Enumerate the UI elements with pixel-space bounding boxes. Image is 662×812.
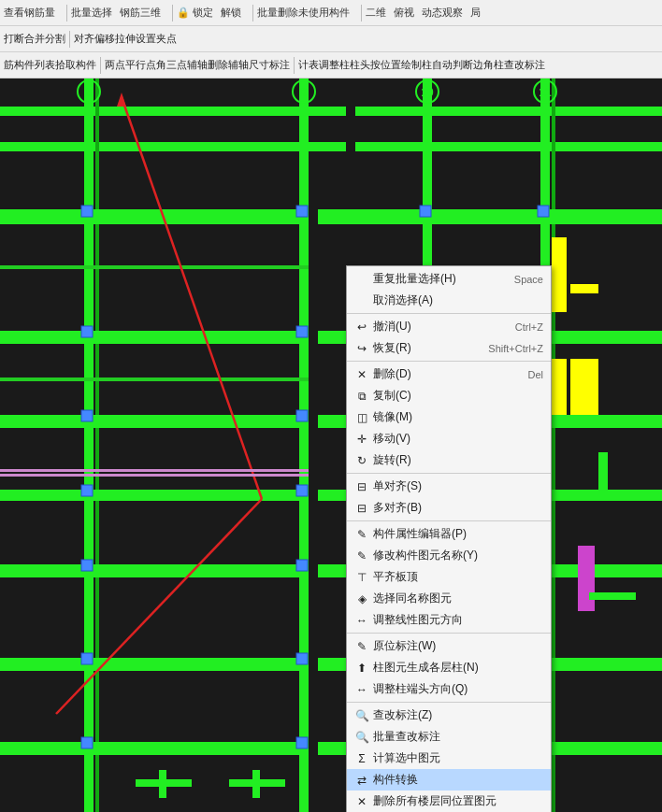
sep2 [172, 5, 173, 21]
cancel-icon [354, 293, 369, 308]
toolbar-batch-select[interactable]: 批量选择 [71, 6, 112, 20]
toolbar-auto-col[interactable]: 自动判断边角柱 [432, 58, 504, 72]
sep6 [100, 57, 101, 74]
ctx-rename[interactable]: ✎ 修改构件图元名称(Y) [347, 545, 551, 566]
toolbar-2d[interactable]: 二维 [366, 6, 386, 20]
toolbar-parallel[interactable]: 平行 [125, 58, 146, 72]
svg-rect-6 [84, 78, 94, 812]
svg-rect-43 [578, 546, 595, 611]
svg-rect-56 [296, 410, 308, 421]
toolbar-three-axis[interactable]: 三点辅轴 [166, 58, 208, 72]
toolbar-rebar-3d[interactable]: 钢筋三维 [120, 6, 161, 20]
ctx-label: 单对齐(S) [373, 478, 422, 494]
ctx-rotate[interactable]: ↻ 旋转(R) [347, 449, 551, 471]
svg-text:8: 8 [86, 86, 93, 99]
convert-icon: ⇄ [354, 773, 369, 788]
ctx-align-slab[interactable]: ⊤ 平齐板顶 [347, 566, 551, 588]
ctx-copy[interactable]: ⧉ 复制(C) [347, 385, 551, 406]
gen-floors-icon: ⬆ [354, 661, 369, 676]
ctx-label: 删除所有楼层同位置图元 [373, 793, 496, 809]
toolbar-point-angle[interactable]: 点角 [146, 58, 166, 72]
toolbar-view-rebar[interactable]: 查看钢筋量 [4, 6, 55, 20]
ctx-delete-all-floors[interactable]: ✕ 删除所有楼层同位置图元 [347, 791, 551, 812]
ctx-label: 构件转换 [373, 772, 418, 788]
ctx-adjust-linear[interactable]: ↔ 调整线性图元方向 [347, 609, 551, 631]
ctx-delete[interactable]: ✕ 删除(D) Del [347, 363, 551, 385]
ctx-label: 原位标注(W) [373, 638, 436, 654]
toolbar-lock[interactable]: 🔒 锁定 [177, 6, 213, 20]
ctx-multi-align[interactable]: ⊟ 多对齐(B) [347, 497, 551, 519]
toolbar-comp-list[interactable]: 构件列表 [14, 58, 55, 72]
toolbar-batch-delete[interactable]: 批量删除未使用构件 [257, 6, 350, 20]
toolbar-local[interactable]: 局 [470, 6, 481, 20]
ctx-repeat-batch-select[interactable]: 重复批量选择(H) Space [347, 268, 551, 290]
svg-rect-20 [0, 564, 309, 577]
toolbar-rebar[interactable]: 筋 [4, 58, 14, 72]
ctx-convert[interactable]: ⇄ 构件转换 [347, 769, 551, 791]
single-align-icon: ⊟ [354, 479, 369, 494]
sep-4 [347, 520, 551, 521]
sep1 [66, 5, 67, 21]
svg-rect-70 [0, 469, 309, 472]
ctx-label: 调整柱端头方向(Q) [373, 681, 468, 697]
ctx-select-same[interactable]: ◈ 选择同名称图元 [347, 588, 551, 609]
ctx-cancel-select[interactable]: 取消选择(A) [347, 290, 551, 311]
toolbar-dimension[interactable]: 尺寸标注 [249, 58, 290, 72]
toolbar-top-view[interactable]: 俯视 [394, 6, 414, 20]
svg-rect-51 [81, 560, 93, 571]
ctx-calc-selected[interactable]: Σ 计算选中图元 [347, 748, 551, 769]
adjust-linear-icon: ↔ [354, 613, 369, 628]
svg-rect-54 [296, 206, 308, 217]
toolbar-calc-table[interactable]: 计表 [298, 58, 319, 72]
svg-rect-61 [420, 206, 431, 217]
ctx-label: 柱图元生成各层柱(N) [373, 660, 479, 676]
ctx-check-z[interactable]: 🔍 查改标注(Z) [347, 705, 551, 726]
ctx-label: 修改构件图元名称(Y) [373, 548, 478, 563]
toolbar-merge[interactable]: 合并 [24, 32, 45, 46]
toolbar-row2: 打断 合并 分割 对齐 偏移 拉伸 设置夹点 [0, 26, 662, 52]
toolbar-unlock[interactable]: 解锁 [221, 6, 241, 20]
sep4 [361, 5, 362, 21]
sep5 [69, 31, 70, 48]
toolbar-del-axis[interactable]: 删除辅轴 [208, 58, 249, 72]
svg-rect-47 [81, 206, 93, 217]
copy-icon: ⧉ [354, 389, 369, 404]
toolbar-adj-col[interactable]: 调整柱柱头 [319, 58, 370, 72]
ctx-mirror[interactable]: ◫ 镜像(M) [347, 406, 551, 428]
svg-rect-55 [296, 326, 308, 337]
svg-rect-0 [0, 78, 662, 812]
drawing-svg: 8 9 10 11 [0, 78, 662, 812]
toolbar-align[interactable]: 对齐 [74, 32, 94, 46]
sep-3 [347, 473, 551, 474]
svg-rect-3 [355, 107, 662, 116]
ctx-redo[interactable]: ↪ 恢复(R) Shift+Ctrl+Z [347, 337, 551, 359]
svg-rect-60 [296, 737, 308, 748]
ctx-move[interactable]: ✛ 移动(V) [347, 428, 551, 449]
ctx-undo[interactable]: ↩ 撤消(U) Ctrl+Z [347, 316, 551, 337]
inplace-ann-icon: ✎ [354, 639, 369, 654]
toolbar-split[interactable]: 分割 [45, 32, 65, 46]
svg-rect-2 [0, 107, 346, 110]
toolbar-break[interactable]: 打断 [4, 32, 24, 46]
ctx-adj-col-end[interactable]: ↔ 调整柱端头方向(Q) [347, 678, 551, 700]
ctx-inplace-ann[interactable]: ✎ 原位标注(W) [347, 635, 551, 657]
ctx-gen-floors[interactable]: ⬆ 柱图元生成各层柱(N) [347, 657, 551, 678]
ctx-batch-check[interactable]: 🔍 批量查改标注 [347, 726, 551, 748]
svg-text:9: 9 [301, 86, 308, 99]
svg-rect-24 [0, 742, 309, 755]
ctx-properties[interactable]: ✎ 构件属性编辑器(P) [347, 523, 551, 545]
ctx-single-align[interactable]: ⊟ 单对齐(S) [347, 476, 551, 497]
toolbar-pick[interactable]: 拾取构件 [55, 58, 96, 72]
toolbar-dynamic[interactable]: 动态观察 [422, 6, 463, 20]
toolbar-draw-col[interactable]: 按位置绘制柱 [370, 58, 432, 72]
adj-col-end-icon: ↔ [354, 682, 369, 697]
toolbar-two-point[interactable]: 两点 [105, 58, 125, 72]
toolbar-stretch[interactable]: 拉伸 [115, 32, 136, 46]
toolbar-check-ann[interactable]: 查改标注 [504, 58, 545, 72]
toolbar-offset[interactable]: 偏移 [94, 32, 115, 46]
repeat-icon [354, 272, 369, 287]
redo-icon: ↪ [354, 341, 369, 356]
mirror-icon: ◫ [354, 410, 369, 425]
toolbar-grip[interactable]: 设置夹点 [136, 32, 177, 46]
select-same-icon: ◈ [354, 591, 369, 606]
